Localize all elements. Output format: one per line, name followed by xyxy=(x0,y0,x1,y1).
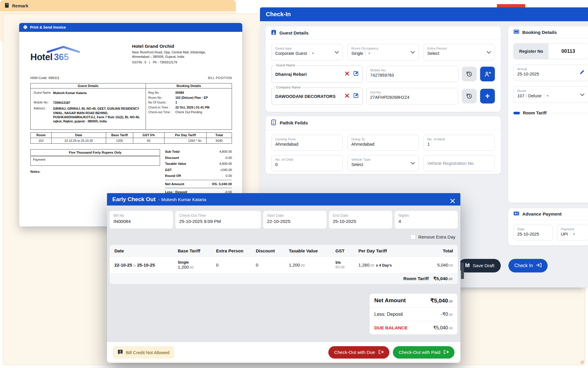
guest-type-select[interactable]: Guest type Corporate Guest × xyxy=(271,44,343,60)
vehicle-registration-field[interactable]: Vehicle Registration No. xyxy=(424,155,495,171)
end-date-label: End Date xyxy=(333,213,388,218)
divider xyxy=(551,113,588,113)
coming-from-field[interactable]: Coming From Ahmedabad xyxy=(271,135,343,151)
net-amount-value: ₹5,040.00 xyxy=(430,297,453,304)
resize-grip-icon[interactable] xyxy=(581,361,584,364)
room-tariff-section: Room Tariff xyxy=(513,111,588,115)
gst-no-label: Gst No. xyxy=(370,90,454,94)
guest-details-header: Guest Details xyxy=(266,26,501,40)
gst-label: GST xyxy=(165,168,172,172)
no-of-child-field[interactable]: No. of Child 0 xyxy=(271,155,343,171)
room-occupancy-select[interactable]: Room Occupancy Single × xyxy=(347,44,419,60)
pathik-fields-title: Pathik Feilds xyxy=(280,120,308,126)
alert-bubble-icon xyxy=(118,349,123,356)
logo-word: Hotel xyxy=(30,52,52,62)
extra-person-label: Extra Person xyxy=(427,46,491,50)
remove-company-icon[interactable] xyxy=(345,93,350,99)
guest-name-label: Guest Name xyxy=(275,63,297,67)
save-draft-button[interactable]: Save Draft xyxy=(459,259,501,272)
subtotal-label: Sub Total xyxy=(165,150,179,153)
hotel-gstin: GSTIN : 0 xyxy=(132,60,146,64)
modal-title: Early Check Out xyxy=(112,196,156,203)
discount-value: -0.00 xyxy=(225,156,232,160)
arrival-date-field[interactable]: Arrival 25-10-2025 xyxy=(513,65,588,81)
scrollbar-thumb[interactable] xyxy=(461,262,464,279)
room-no-value: 102 (Deluxe) Plan : EP xyxy=(175,96,230,99)
edit-company-icon[interactable] xyxy=(353,93,359,100)
vehicle-type-value: Select xyxy=(351,162,363,167)
cell-base-tariff: Single 1,200.00 xyxy=(178,260,216,270)
mobile-label: Mobile No : xyxy=(34,101,51,105)
add-guest-button[interactable] xyxy=(480,67,495,81)
net-amount-value: RS. 5,040.00 xyxy=(212,182,232,186)
check-out-time-field[interactable]: Check-Out Time 25-10-2025 9:09 PM xyxy=(175,211,261,229)
mobile-no-field[interactable]: Mobile No. 7427859783 xyxy=(366,66,458,82)
modal-footer: Bill Credit Not Allowed Check-Out with D… xyxy=(107,342,460,363)
room-tariff-total-value: ₹5,040.00 xyxy=(433,276,452,281)
col-taxable-value: Taxable Value xyxy=(289,248,335,253)
add-company-button[interactable]: + xyxy=(480,89,495,104)
extra-person-value: Select xyxy=(427,51,439,56)
guest-name-value: Dhanraj Rebari xyxy=(275,72,307,77)
id-badge-icon xyxy=(271,29,276,36)
cell-per-day-tariff: 1260 * 4n. xyxy=(164,138,206,143)
no-of-adult-value: 1 xyxy=(427,142,430,147)
no-of-adult-field[interactable]: No. of Adult 1 xyxy=(424,135,495,151)
payment-mode-label: Payment xyxy=(561,227,584,231)
hotel-info: Hotel Grand Orchid Near Riverfront Road,… xyxy=(132,44,229,64)
hotel-name: Hotel Grand Orchid xyxy=(132,44,229,49)
check-in-button[interactable]: Check In xyxy=(508,259,548,272)
checkin-title: Check-In xyxy=(266,11,291,18)
check-out-with-paid-label: Check-Out with Paid xyxy=(399,350,440,355)
divider: | xyxy=(149,60,150,64)
col-extra-person: Extra Person xyxy=(216,248,256,253)
check-out-with-due-button[interactable]: Check-Out with Due xyxy=(328,346,389,359)
clear-x-icon[interactable]: × xyxy=(573,232,575,236)
discount-label: Discount xyxy=(165,156,179,160)
remove-extra-day-checkbox[interactable] xyxy=(411,234,416,239)
company-history-button[interactable] xyxy=(462,89,477,104)
check-out-with-paid-button[interactable]: Check-Out with Paid xyxy=(393,346,454,359)
logout-icon xyxy=(443,350,449,355)
edit-guest-icon[interactable] xyxy=(353,70,359,78)
remove-guest-icon[interactable] xyxy=(345,71,350,77)
modal-body: Bill No IN00084 Check-Out Time 25-10-202… xyxy=(107,206,460,342)
due-balance-label: DUE BALANCE xyxy=(374,325,408,331)
edit-arrival-icon[interactable] xyxy=(579,70,584,76)
extra-person-select[interactable]: Extra Person Select xyxy=(424,44,495,60)
chevron-down-icon xyxy=(411,50,415,55)
room-select[interactable]: Room 107 - Deluxe × xyxy=(513,86,588,103)
floppy-icon xyxy=(465,263,470,269)
coming-from-label: Coming From xyxy=(275,137,339,141)
clear-x-icon[interactable]: × xyxy=(368,51,370,55)
room-label: Room xyxy=(517,89,584,93)
booking-details-card: Booking Details Register No 00113 Arriva… xyxy=(508,26,588,203)
guest-name-field[interactable]: Guest Name Dhanraj Rebari xyxy=(271,65,363,83)
modal-subtitle: - Mukesh Kumar Kataria xyxy=(159,197,206,202)
nights-field[interactable]: Nights 4 xyxy=(395,211,458,229)
advance-date-field[interactable]: Date 25-10-2025 xyxy=(513,225,553,241)
clear-x-icon[interactable]: × xyxy=(546,94,549,98)
modal-header: Early Check Out - Mukesh Kumar Kataria xyxy=(107,193,460,206)
arrow-enter-icon xyxy=(536,263,542,269)
payment-mode-select[interactable]: Payment UPI × xyxy=(557,225,588,241)
end-date-field[interactable]: End Date 25-10-2025 xyxy=(329,211,392,229)
vehicle-type-select[interactable]: Vehicle Type Select xyxy=(347,155,419,171)
clear-x-icon[interactable]: × xyxy=(312,51,314,55)
going-to-field[interactable]: Going To Ahmedabad xyxy=(347,135,419,151)
checkout-time-label: Check-out Time : xyxy=(148,110,175,114)
start-date-field[interactable]: Start Date 22-10-2025 xyxy=(263,211,327,229)
taxable-label: Taxable Value xyxy=(165,162,186,165)
booking-details-column-header: Booking Details xyxy=(146,83,232,88)
check-out-time-label: Check-Out Time xyxy=(179,213,257,218)
close-icon[interactable] xyxy=(450,198,455,203)
company-name-field[interactable]: Company Name DAWOODANI DECORATORS xyxy=(271,88,363,105)
due-balance-value: ₹5,040.00 xyxy=(433,325,453,331)
bill-no-field[interactable]: Bill No IN00084 xyxy=(110,211,173,229)
vehicle-registration-placeholder: Vehicle Registration No. xyxy=(427,161,475,166)
gst-no-field[interactable]: Gst No. 27AFHPD9268H2Z4 xyxy=(366,88,458,104)
invoice-window-title: Print & Send Invoice xyxy=(30,25,66,29)
guest-type-value: Corporate Guest xyxy=(275,51,307,56)
going-to-label: Going To xyxy=(351,137,415,141)
guest-history-button[interactable] xyxy=(462,67,477,81)
